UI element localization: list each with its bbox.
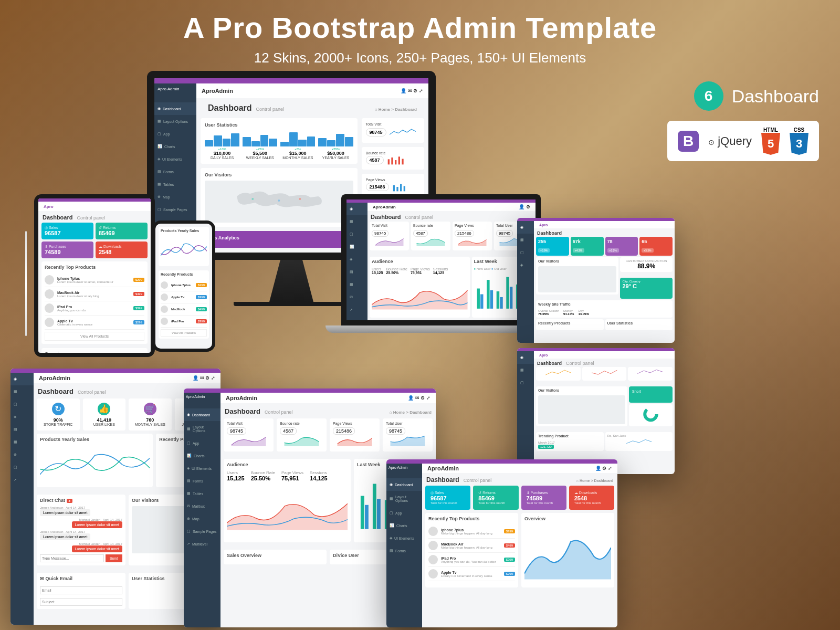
audience-card: Audience Users15,125 Bounce Rate25.50% P… [224, 459, 351, 542]
dashboard-window-sales: Apro Admin ◉ Dashboard ▦ Layout Options … [386, 459, 617, 627]
list-item[interactable]: MacBook$499 [161, 303, 207, 316]
downloads-card[interactable]: ☁ Downloads2548Total for this month [569, 486, 614, 510]
subject-input[interactable] [40, 598, 122, 606]
sidebar-item-app[interactable]: ▢ App [154, 128, 196, 140]
purchases-card[interactable]: ⬇ Purchases74589Total for this month [521, 486, 566, 510]
sales-card[interactable]: ◎ Sales96587Total for this month [425, 486, 470, 510]
list-item[interactable]: Apple Tv$399 [161, 291, 207, 303]
css3-icon: 3 [790, 133, 808, 155]
audience-card: Audience Users15,125 Bounce Rate25.50% P… [370, 257, 470, 318]
monthly-sales: 🛒760MONTHLY SALES [129, 398, 172, 430]
sidebar-item-layout[interactable]: ▦ Layout Options [154, 115, 196, 128]
bootstrap-icon: B [678, 131, 699, 152]
stat-2[interactable]: 67k+4.3% [571, 237, 604, 256]
overview-card: Overview [41, 348, 148, 353]
yearly-sales-chart: Products Yearly Sales [37, 434, 153, 487]
returns-stat[interactable]: ↺ Returns85469 [96, 223, 148, 239]
view-all-button[interactable]: View All Products [161, 329, 207, 337]
svg-rect-6 [398, 156, 400, 164]
brand: AproAdmin [202, 88, 233, 94]
dashboard-badge: 6 Dashboard [694, 81, 819, 111]
svg-rect-23 [361, 496, 364, 529]
svg-rect-18 [506, 277, 509, 309]
view-all-button[interactable]: View All Products [45, 332, 144, 341]
svg-rect-15 [490, 290, 492, 309]
list-item[interactable]: Apple TvCinematic in every sense$299 [45, 316, 144, 330]
sidebar-item-dashboard[interactable]: ◉ [346, 203, 368, 215]
html5-icon: 5 [761, 133, 780, 155]
sidebar-item-charts[interactable]: 📊 Charts [154, 140, 196, 153]
list-item[interactable]: iPad ProAnything you can do$399 [45, 301, 144, 316]
overview-chart: Overview [521, 513, 614, 587]
svg-rect-3 [387, 159, 389, 164]
bounce-rate-stat: Bounce rate4587 [362, 147, 424, 170]
recently-top-products: Recently Top Products Iphone 7plusMake b… [425, 513, 518, 587]
svg-point-0 [251, 198, 254, 200]
svg-rect-12 [477, 289, 479, 309]
bounce-rate-card: Bounce rate4587 [411, 222, 450, 250]
stat-1[interactable]: 255+6.9% [536, 237, 569, 256]
email-input[interactable] [40, 586, 122, 594]
svg-rect-5 [395, 160, 396, 164]
hero-title: A Pro Bootstrap Admin Template [0, 10, 840, 45]
svg-rect-25 [373, 484, 376, 529]
list-item[interactable]: iPad ProAnything you can do, You can do … [428, 553, 515, 567]
user-statistics-card: User Statistics +10%$10,000DAILY SALES +… [201, 118, 358, 164]
dashboard-window-map: ◉▦▢ Apro DashboardControl panel Our Visi… [517, 348, 675, 474]
list-item[interactable]: MacBook AirMake big things happen. All d… [428, 539, 515, 553]
downloads-stat[interactable]: ☁ Downloads2548 [96, 242, 148, 258]
stat-4[interactable]: 65+5.3% [639, 237, 673, 256]
sidebar[interactable]: ◉▦▢◈▤▦⊕▢↗ [10, 373, 34, 625]
phone-device: Products Yearly Sales Recently Products … [152, 220, 215, 352]
total-visit-stat: Total Visit98745 [362, 118, 424, 143]
sidebar[interactable]: Apro Admin ◉ Dashboard ▦ Layout Options … [184, 393, 220, 627]
chat-input[interactable] [40, 554, 104, 562]
direct-chat-card: Direct Chat 3 James Anderson · April 14,… [37, 495, 125, 565]
sidebar[interactable]: Apro Admin ◉ Dashboard ▦ Layout Options … [386, 464, 422, 627]
sidebar[interactable]: ◉ ▦▢📊◈▤▦✉↗ [346, 203, 368, 320]
list-item[interactable]: Iphone 7plus$299 [161, 279, 207, 291]
badge-label: Dashboard [732, 86, 819, 107]
daily-bars [205, 131, 239, 146]
svg-point-2 [299, 198, 301, 200]
sidebar-item-tables[interactable]: ▦ Tables [154, 178, 196, 191]
svg-rect-16 [496, 291, 499, 309]
svg-rect-7 [402, 159, 403, 165]
sidebar-item-forms[interactable]: ▤ Forms [154, 165, 196, 178]
sidebar-item-map[interactable]: ⊕ Map [154, 191, 196, 203]
user-likes: 👍41,410USER LIKES [83, 398, 126, 430]
list-item[interactable]: Iphone 7plusLorem ipsum dolor sit amet, … [45, 273, 144, 287]
list-item[interactable]: Apple TvLibrary For Cinematic in every s… [428, 567, 515, 581]
svg-rect-17 [500, 297, 502, 309]
hero-subtitle: 12 Skins, 2000+ Icons, 250+ Pages, 150+ … [0, 50, 840, 66]
svg-rect-24 [365, 505, 369, 529]
list-item[interactable]: iPad Pro$399 [161, 316, 207, 328]
total-visit-card: Total Visit98745 [370, 222, 409, 250]
svg-point-1 [278, 200, 280, 202]
sidebar-item-sample[interactable]: ▢ Sample Pages [154, 203, 196, 216]
send-button[interactable]: Send [106, 554, 122, 562]
sidebar-item-dashboard[interactable]: ◉ Dashboard [154, 102, 196, 115]
list-item[interactable]: MacBook AirLorem ipsum dolor sit aly bin… [45, 287, 144, 301]
topbar-icons[interactable]: 👤 ✉ ⚙ ⤢ [401, 88, 423, 93]
svg-rect-4 [391, 158, 393, 164]
svg-rect-11 [403, 186, 405, 191]
svg-rect-8 [393, 185, 394, 192]
dashboard-window-stats: ◉▦▢◈ Apro Dashboard 255+6.9% 67k+4.3% 78… [517, 218, 675, 343]
svg-point-22 [645, 408, 657, 421]
recently-top-products: Recently Top Products Iphone 7plusLorem … [41, 261, 148, 344]
stylus [25, 231, 27, 336]
sidebar-item-ui[interactable]: ◈ UI Elements [154, 153, 196, 165]
page-views-stat: Page Views215486 [362, 174, 424, 196]
tablet-device: Apro DashboardControl panel ◎ Sales96587… [34, 194, 155, 357]
page-title: DashboardControl panel⌂ Home > Dashboard [201, 98, 424, 118]
tech-logos: B ⊙ jQuery HTML5 CSS3 [667, 121, 819, 161]
sales-stat[interactable]: ◎ Sales96587 [41, 223, 93, 239]
returns-card[interactable]: ↺ Returns85469Total for this month [473, 486, 518, 510]
page-views-card: Page Views215486 [453, 222, 492, 250]
badge-count: 6 [694, 81, 723, 111]
purchases-stat[interactable]: ⬇ Purchases74589 [41, 242, 93, 258]
stat-3[interactable]: 78+3.2% [605, 237, 638, 256]
svg-rect-9 [396, 187, 398, 191]
list-item[interactable]: Iphone 7plusMake big things happen. All … [428, 524, 515, 539]
